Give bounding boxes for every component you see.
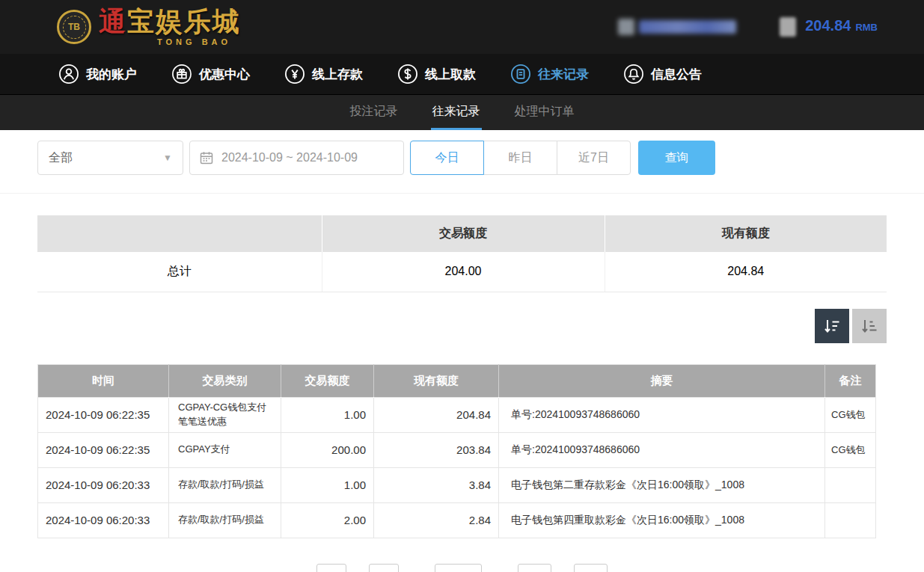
top-bar: TB 通宝娱乐城 TONG BAO 204.84 RMB	[0, 0, 924, 54]
balance-display: 204.84 RMB	[780, 17, 878, 37]
today-button[interactable]: 今日	[410, 141, 484, 175]
nav-item-label: 信息公告	[651, 66, 702, 83]
nav-item-deposit[interactable]: 线上存款	[284, 64, 363, 84]
col-header-note: 备注	[825, 364, 876, 397]
user-icon	[58, 64, 79, 84]
sort-desc-button[interactable]	[815, 309, 849, 343]
logo-text: 通宝娱乐城 TONG BAO	[99, 8, 241, 46]
balance-amount: 204.84	[805, 17, 851, 34]
cell-time: 2024-10-09 06:22:35	[38, 432, 169, 467]
cell-time: 2024-10-09 06:20:33	[38, 467, 169, 502]
nav-item-label: 线上取款	[425, 66, 476, 83]
summary-total-amount: 204.00	[322, 252, 605, 292]
sort-desc-icon	[822, 316, 842, 336]
nav-item-transaction-records[interactable]: 往来记录	[510, 64, 589, 84]
logo-title: 通宝娱乐城	[99, 8, 241, 35]
cell-time: 2024-10-09 06:20:33	[38, 502, 169, 538]
logo-char-red: 通	[99, 6, 127, 37]
deposit-coin-icon	[284, 64, 305, 84]
table-row: 2024-10-09 06:20:33 存款/取款/打码/损益 2.00 2.8…	[38, 502, 876, 538]
pagination-button[interactable]	[574, 564, 608, 572]
sort-asc-button[interactable]	[852, 309, 887, 343]
cell-balance: 2.84	[374, 502, 499, 538]
col-header-summary: 摘要	[499, 364, 825, 397]
records-icon	[510, 64, 531, 84]
nav-item-label: 我的账户	[86, 66, 137, 83]
cell-amount: 200.00	[281, 432, 374, 467]
col-header-type: 交易类别	[169, 364, 281, 397]
avatar	[618, 19, 634, 35]
table-row: 2024-10-09 06:22:35 CGPAY-CG钱包支付笔笔送优惠 1.…	[38, 397, 876, 432]
calendar-icon	[199, 150, 214, 165]
blurred-username	[618, 19, 736, 35]
type-select[interactable]: 全部 ▼	[37, 141, 183, 175]
cell-note	[825, 467, 876, 502]
cell-balance: 203.84	[374, 432, 499, 467]
username-blur	[639, 20, 736, 34]
chip-logo-icon: TB	[57, 10, 91, 44]
cell-summary: 电子钱包第二重存款彩金《次日16:00领取》_1008	[499, 467, 825, 502]
summary-total-row: 总计 204.00 204.84	[37, 252, 887, 292]
summary-total-balance: 204.84	[605, 252, 887, 292]
col-header-amount: 交易额度	[281, 364, 374, 397]
pagination	[0, 564, 924, 572]
withdraw-coin-icon	[397, 64, 418, 84]
summary-header-empty	[37, 215, 322, 252]
top-right-cluster: 204.84 RMB	[618, 17, 878, 37]
table-row: 2024-10-09 06:22:35 CGPAY支付 200.00 203.8…	[38, 432, 876, 467]
page-select[interactable]	[435, 564, 482, 572]
cell-amount: 1.00	[281, 467, 374, 502]
sort-controls	[37, 309, 887, 343]
summary-header-amount: 交易额度	[322, 215, 605, 252]
nav-item-label: 线上存款	[312, 66, 363, 83]
site-logo[interactable]: TB 通宝娱乐城 TONG BAO	[57, 8, 241, 46]
col-header-time: 时间	[38, 364, 169, 397]
cell-type: 存款/取款/打码/损益	[169, 467, 281, 502]
type-select-value: 全部	[49, 150, 73, 166]
cell-time: 2024-10-09 06:22:35	[38, 397, 169, 432]
wallet-icon	[780, 17, 796, 37]
cell-balance: 204.84	[374, 397, 499, 432]
cell-note: CG钱包	[825, 397, 876, 432]
nav-item-promotions[interactable]: 优惠中心	[171, 64, 250, 84]
tab-transaction-records[interactable]: 往来记录	[431, 95, 482, 130]
query-button[interactable]: 查询	[638, 141, 715, 175]
cell-type: CGPAY-CG钱包支付笔笔送优惠	[169, 397, 281, 432]
cell-amount: 1.00	[281, 397, 374, 432]
gift-icon	[171, 64, 192, 84]
chip-logo-text: TB	[63, 16, 86, 39]
tab-pending-orders[interactable]: 处理中订单	[513, 95, 576, 130]
date-range-input[interactable]: 2024-10-09 ~ 2024-10-09	[189, 141, 404, 175]
cell-type: 存款/取款/打码/损益	[169, 502, 281, 538]
date-range-value: 2024-10-09 ~ 2024-10-09	[221, 151, 358, 164]
page: TB 通宝娱乐城 TONG BAO 204.84 RMB 我的账户	[0, 0, 924, 572]
nav-item-label: 优惠中心	[199, 66, 250, 83]
tab-betting-records[interactable]: 投注记录	[349, 95, 400, 130]
quick-range-group: 今日 昨日 近7日	[410, 141, 631, 175]
cell-note	[825, 502, 876, 538]
nav-item-withdraw[interactable]: 线上取款	[397, 64, 476, 84]
col-header-balance: 现有额度	[374, 364, 499, 397]
filter-bar: 全部 ▼ 2024-10-09 ~ 2024-10-09 今日 昨日 近7日 查…	[0, 130, 924, 194]
records-header-row: 时间 交易类别 交易额度 现有额度 摘要 备注	[38, 364, 876, 397]
yesterday-button[interactable]: 昨日	[483, 141, 557, 175]
balance-currency: RMB	[855, 22, 878, 33]
cell-summary: 单号:202410093748686060	[499, 397, 825, 432]
logo-subtitle: TONG BAO	[157, 38, 241, 46]
nav-item-announcements[interactable]: 信息公告	[623, 64, 702, 84]
bell-icon	[623, 64, 644, 84]
main-nav: 我的账户 优惠中心 线上存款 线上取款 往来记录	[0, 54, 924, 94]
cell-type: CGPAY支付	[169, 432, 281, 467]
pagination-button[interactable]	[316, 564, 346, 572]
table-row: 2024-10-09 06:20:33 存款/取款/打码/损益 1.00 3.8…	[38, 467, 876, 502]
cell-balance: 3.84	[374, 467, 499, 502]
pagination-button[interactable]	[369, 564, 399, 572]
sub-nav: 投注记录 往来记录 处理中订单	[0, 94, 924, 130]
nav-item-my-account[interactable]: 我的账户	[58, 64, 137, 84]
records-table: 时间 交易类别 交易额度 现有额度 摘要 备注 2024-10-09 06:22…	[37, 364, 876, 538]
pagination-button[interactable]	[518, 564, 551, 572]
summary-total-label: 总计	[37, 252, 322, 292]
logo-chars-gold: 宝娱乐城	[127, 6, 241, 37]
last7days-button[interactable]: 近7日	[557, 141, 631, 175]
summary-header-balance: 现有额度	[605, 215, 887, 252]
